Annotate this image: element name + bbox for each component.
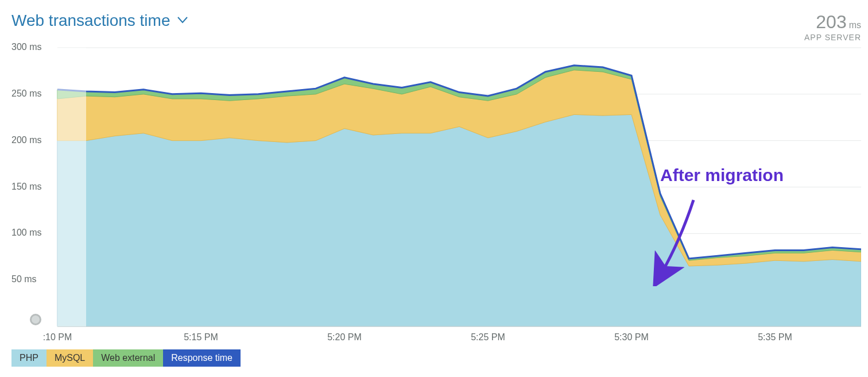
legend-item-response-time[interactable]: Response time [163,349,241,367]
dimmed-time-band [57,48,86,326]
annotation-arrow-icon [649,194,700,286]
x-axis-tick: 5:25 PM [471,332,505,343]
legend: PHPMySQLWeb externalResponse time [11,349,861,367]
chart-title: Web transactions time [11,11,170,30]
summary-unit: ms [849,20,861,30]
y-axis-tick: 300 ms [11,42,41,52]
y-axis-tick: 50 ms [11,274,37,284]
x-axis-tick: 5:30 PM [614,332,649,343]
summary-sublabel: APP SERVER [804,33,861,42]
x-axis-tick: 5:20 PM [327,332,362,343]
legend-item-web-external[interactable]: Web external [93,349,163,367]
summary-value: 203 [816,11,846,32]
plot-area: 300 ms250 ms200 ms150 ms100 ms50 ms :10 … [11,45,861,329]
summary-value-block: 203ms APP SERVER [804,11,861,42]
x-axis-tick: 5:15 PM [184,332,218,343]
legend-item-php[interactable]: PHP [11,349,46,367]
chevron-down-icon [177,16,188,26]
y-axis-tick: 150 ms [11,182,41,192]
y-axis-tick: 100 ms [11,228,41,238]
x-axis-tick: :10 PM [43,332,72,343]
legend-item-mysql[interactable]: MySQL [46,349,93,367]
current-time-marker [30,314,41,325]
chart-svg [11,45,861,329]
x-axis-tick: 5:35 PM [758,332,792,343]
chart-header: Web transactions time 203ms APP SERVER [11,11,861,42]
chart-container: Web transactions time 203ms APP SERVER 3… [11,11,861,367]
chart-title-dropdown[interactable]: Web transactions time [11,11,188,30]
annotation-text: After migration [660,166,784,185]
y-axis-tick: 250 ms [11,89,41,99]
y-axis-tick: 200 ms [11,135,41,145]
